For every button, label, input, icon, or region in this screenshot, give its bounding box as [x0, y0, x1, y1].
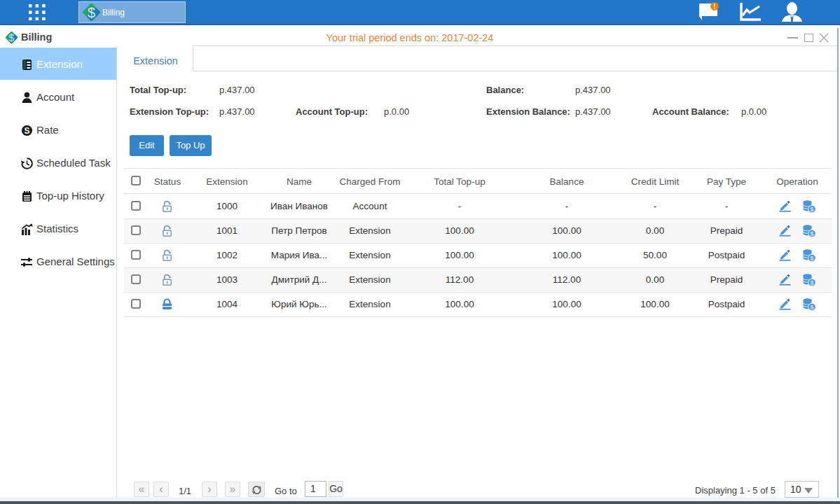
svg-text:!: ! — [713, 3, 715, 10]
svg-text:$: $ — [9, 32, 15, 43]
svg-text:S: S — [24, 126, 29, 136]
svg-text:$: $ — [88, 5, 95, 20]
